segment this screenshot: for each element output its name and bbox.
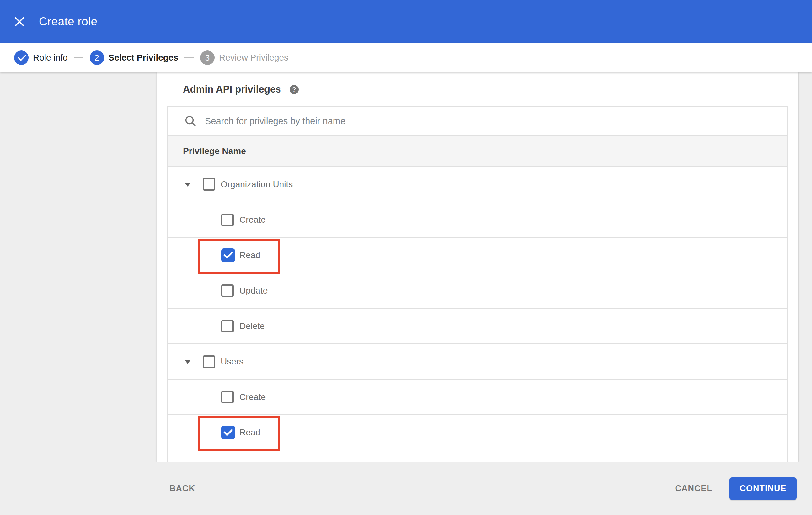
privilege-row-partial bbox=[168, 450, 787, 462]
stepper-step-role-info[interactable]: Role info bbox=[14, 51, 68, 65]
privilege-label: Read bbox=[239, 250, 260, 260]
dialog-title: Create role bbox=[39, 15, 97, 28]
privilege-row-read[interactable]: Read bbox=[168, 415, 787, 450]
privilege-row-organization-units[interactable]: Organization Units bbox=[168, 167, 787, 202]
privileges-table: Privilege Name Organization Units Create… bbox=[167, 106, 788, 462]
cancel-button[interactable]: CANCEL bbox=[675, 484, 713, 493]
table-header: Privilege Name bbox=[168, 136, 787, 167]
stepper-step-review-privileges[interactable]: 3 Review Privileges bbox=[200, 51, 288, 65]
search-input[interactable] bbox=[205, 116, 675, 126]
continue-button[interactable]: CONTINUE bbox=[729, 477, 796, 500]
privilege-checkbox[interactable] bbox=[221, 320, 234, 332]
stepper-step-select-privileges[interactable]: 2 Select Privileges bbox=[90, 51, 178, 65]
privilege-row-read[interactable]: Read bbox=[168, 238, 787, 273]
privilege-label: Update bbox=[239, 286, 268, 296]
privilege-checkbox[interactable] bbox=[203, 355, 215, 368]
table-header-label: Privilege Name bbox=[183, 146, 246, 156]
main-area: Admin API privileges ? Privilege Name bbox=[0, 72, 812, 462]
privilege-label: Read bbox=[239, 427, 260, 437]
privilege-checkbox[interactable] bbox=[221, 214, 234, 226]
step-circle bbox=[14, 51, 29, 65]
privilege-row-create[interactable]: Create bbox=[168, 202, 787, 238]
privilege-row-update[interactable]: Update bbox=[168, 273, 787, 309]
privilege-label: Users bbox=[221, 357, 243, 367]
privilege-checkbox[interactable] bbox=[221, 426, 235, 440]
step-connector bbox=[184, 57, 194, 58]
help-icon[interactable]: ? bbox=[290, 85, 299, 94]
privilege-label: Organization Units bbox=[221, 179, 293, 189]
step-number: 3 bbox=[205, 53, 210, 63]
privilege-checkbox[interactable] bbox=[221, 284, 234, 297]
privilege-checkbox[interactable] bbox=[221, 391, 234, 403]
step-label: Role info bbox=[33, 53, 68, 63]
section-title-row: Admin API privileges ? bbox=[157, 72, 798, 106]
privilege-label: Create bbox=[239, 392, 266, 402]
privileges-panel: Admin API privileges ? Privilege Name bbox=[157, 72, 798, 462]
app-bar: Create role bbox=[0, 0, 812, 43]
step-circle: 3 bbox=[200, 51, 214, 65]
privilege-row-users[interactable]: Users bbox=[168, 344, 787, 380]
collapse-triangle-icon[interactable] bbox=[184, 183, 191, 187]
section-title: Admin API privileges bbox=[183, 84, 281, 95]
privilege-checkbox[interactable] bbox=[221, 248, 235, 262]
privilege-row-create[interactable]: Create bbox=[168, 380, 787, 415]
collapse-triangle-icon[interactable] bbox=[184, 360, 191, 364]
privilege-row-delete[interactable]: Delete bbox=[168, 309, 787, 344]
privilege-label: Create bbox=[239, 215, 266, 225]
step-circle: 2 bbox=[90, 51, 104, 65]
step-number: 2 bbox=[94, 53, 99, 63]
close-icon[interactable] bbox=[14, 17, 25, 27]
footer-bar: BACK CANCEL CONTINUE bbox=[0, 462, 812, 515]
step-label: Select Privileges bbox=[109, 53, 178, 63]
step-label: Review Privileges bbox=[219, 53, 288, 63]
create-role-dialog: Create role Role info 2 Select Privilege… bbox=[0, 0, 812, 515]
step-connector bbox=[74, 57, 83, 58]
search-icon bbox=[184, 115, 196, 127]
privilege-checkbox[interactable] bbox=[203, 178, 215, 191]
privilege-label: Delete bbox=[239, 321, 265, 331]
search-row bbox=[168, 107, 787, 136]
privilege-rows: Organization Units Create Read Update De bbox=[168, 167, 787, 462]
stepper: Role info 2 Select Privileges 3 Review P… bbox=[0, 43, 812, 72]
back-button[interactable]: BACK bbox=[169, 484, 195, 493]
